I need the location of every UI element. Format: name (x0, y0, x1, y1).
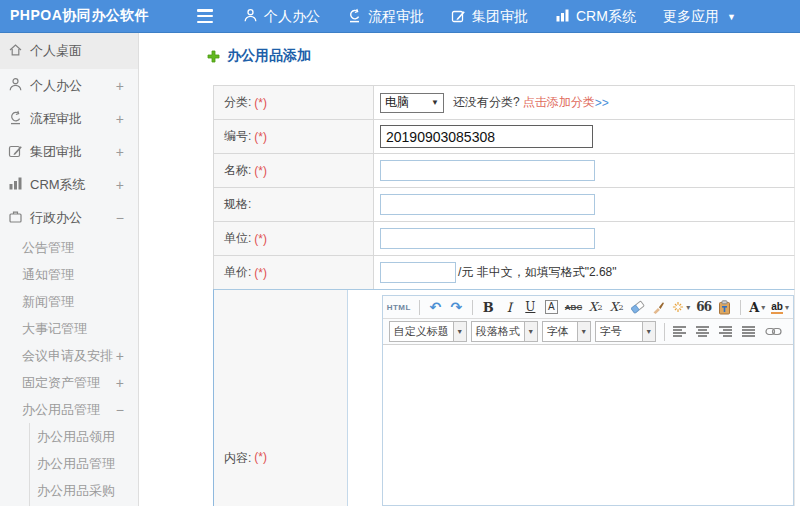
field-label-cell: 规格: (214, 188, 374, 221)
html-source-button[interactable]: HTML (387, 298, 411, 317)
underline-button[interactable]: U (523, 298, 538, 317)
nav-label: 更多应用 (663, 8, 719, 26)
code-input[interactable] (380, 125, 593, 148)
sidebar-item-supplies-manage[interactable]: 办公用品管理 (0, 450, 138, 477)
required-marker: (*) (254, 232, 267, 246)
form-row-code: 编号: (*) (213, 119, 795, 153)
align-center-button[interactable] (696, 326, 709, 337)
caret-down-icon: ▾ (785, 303, 789, 312)
required-marker: (*) (254, 450, 267, 464)
sidebar-item-notice-mgmt[interactable]: 通知管理 (0, 261, 138, 288)
nav-label: CRM系统 (576, 8, 636, 26)
sidebar-item-personal-office[interactable]: 个人办公 + (0, 69, 138, 102)
highlight-color-button[interactable]: ab▾ (771, 298, 789, 317)
top-header: PHPOA协同办公软件 个人办公 流程审批 集团审批 CRM系统 更多应用 ▼ (0, 0, 800, 33)
redo-button[interactable]: ↷ (449, 298, 464, 317)
sidebar-item-crm-system[interactable]: CRM系统 + (0, 168, 138, 201)
sidebar-item-news-mgmt[interactable]: 新闻管理 (0, 288, 138, 315)
field-label-cell: 内容: (*) (214, 290, 348, 506)
undo-button[interactable]: ↶ (428, 298, 443, 317)
format-brush-button[interactable] (651, 298, 666, 317)
autotypeset-button[interactable]: ▾ (672, 298, 690, 317)
char-border-icon: A (545, 300, 558, 314)
spec-input[interactable] (380, 194, 595, 215)
form-row-price: 单价: (*) /元 非中文，如填写格式"2.68" (213, 255, 795, 289)
field-label-cell: 单位: (*) (214, 222, 374, 255)
collapse-icon[interactable]: − (116, 403, 124, 417)
nav-group-approval[interactable]: 集团审批 (451, 8, 528, 26)
page-title: 办公用品添加 (207, 47, 311, 65)
price-input[interactable] (380, 262, 456, 283)
form-row-spec: 规格: (213, 187, 795, 221)
add-category-link[interactable]: 点击添加分类 (523, 94, 595, 111)
align-left-button[interactable] (673, 326, 686, 337)
align-right-button[interactable] (719, 326, 732, 337)
editor-content-area[interactable] (383, 345, 793, 505)
sidebar-item-group-approval[interactable]: 集团审批 + (0, 135, 138, 168)
subscript-button[interactable]: X2 (609, 298, 624, 317)
unit-input[interactable] (380, 228, 595, 249)
sidebar-item-announcement-mgmt[interactable]: 公告管理 (0, 234, 138, 261)
superscript-button[interactable]: X2 (588, 298, 603, 317)
expand-icon[interactable]: + (116, 145, 124, 159)
strikethrough-button[interactable]: ABC (565, 298, 582, 317)
sidebar-item-label: 大事记管理 (22, 320, 87, 338)
custom-heading-select[interactable]: 自定义标题 ▼ (389, 321, 467, 342)
link-icon[interactable] (765, 326, 782, 337)
justify-button[interactable] (742, 326, 755, 337)
toolbar-separator (740, 300, 741, 315)
expand-icon[interactable]: + (116, 376, 124, 390)
font-family-select[interactable]: 字体 ▼ (542, 321, 591, 342)
char-border-button[interactable]: A (544, 298, 559, 317)
sidebar-item-label: 新闻管理 (22, 293, 74, 311)
sidebar-item-label: 会议申请及安排 (22, 347, 113, 365)
paste-button[interactable] (717, 298, 732, 317)
nav-workflow-approval[interactable]: 流程审批 (347, 8, 424, 26)
font-color-icon: A (749, 300, 759, 315)
expand-icon[interactable]: + (116, 178, 124, 192)
nav-crm-system[interactable]: CRM系统 (555, 8, 636, 26)
office-supply-add-form: 分类: (*) 电脑 ▼ 还没有分类? 点击添加分类 >> 编号: (*) (213, 85, 795, 506)
add-category-link-arrows[interactable]: >> (595, 96, 609, 110)
sidebar-item-label: 通知管理 (22, 266, 74, 284)
font-size-select[interactable]: 字号 ▼ (595, 321, 656, 342)
highlight-color-icon: ab (771, 301, 783, 314)
nav-more-apps[interactable]: 更多应用 ▼ (663, 8, 736, 26)
sidebar-item-personal-desktop[interactable]: 个人桌面 (0, 33, 138, 69)
paragraph-format-select[interactable]: 段落格式 ▼ (471, 321, 538, 342)
font-color-button[interactable]: A▾ (749, 298, 765, 317)
sidebar-item-admin-office[interactable]: 行政办公 − (0, 201, 138, 234)
category-select-value: 电脑 (381, 94, 431, 111)
sidebar-item-supplies-claim[interactable]: 办公用品领用 (0, 423, 138, 450)
field-label: 名称: (224, 162, 251, 179)
sidebar-item-supplies-purchase[interactable]: 办公用品采购 (0, 477, 138, 504)
italic-button[interactable]: I (502, 298, 517, 317)
rich-text-editor: HTML ↶ ↷ B I U A ABC X2 X2 ▾ (382, 295, 794, 506)
sidebar-item-label: CRM系统 (30, 176, 86, 194)
sidebar-item-office-supplies-mgmt[interactable]: 办公用品管理 − (0, 396, 138, 423)
top-nav: 个人办公 流程审批 集团审批 CRM系统 更多应用 ▼ (243, 0, 736, 33)
expand-icon[interactable]: + (116, 349, 124, 363)
sidebar-item-workflow-approval[interactable]: 流程审批 + (0, 102, 138, 135)
blockquote-button[interactable]: 66 (696, 298, 711, 317)
collapse-icon[interactable]: − (116, 211, 124, 225)
expand-icon[interactable]: + (116, 79, 124, 93)
category-select[interactable]: 电脑 ▼ (380, 93, 444, 113)
nav-personal-office[interactable]: 个人办公 (243, 8, 320, 26)
sidebar-item-meeting-request[interactable]: 会议申请及安排 + (0, 342, 138, 369)
bold-button[interactable]: B (481, 298, 496, 317)
field-label: 分类: (224, 94, 251, 111)
caret-down-icon: ▼ (642, 322, 655, 341)
hamburger-menu-icon[interactable] (197, 9, 213, 23)
name-input[interactable] (380, 160, 595, 181)
sidebar-item-events-mgmt[interactable]: 大事记管理 (0, 315, 138, 342)
sidebar-item-fixed-assets-mgmt[interactable]: 固定资产管理 + (0, 369, 138, 396)
autotypeset-icon (672, 301, 684, 313)
expand-icon[interactable]: + (116, 112, 124, 126)
field-label: 内容: (224, 450, 251, 467)
sidebar: 个人桌面 个人办公 + 流程审批 + 集团审批 + CRM系统 + 行政办公 − (0, 33, 139, 506)
user-icon (8, 77, 23, 95)
price-format-hint: /元 非中文，如填写格式"2.68" (458, 264, 617, 281)
eraser-button[interactable] (630, 298, 645, 317)
add-plus-icon (207, 50, 220, 63)
